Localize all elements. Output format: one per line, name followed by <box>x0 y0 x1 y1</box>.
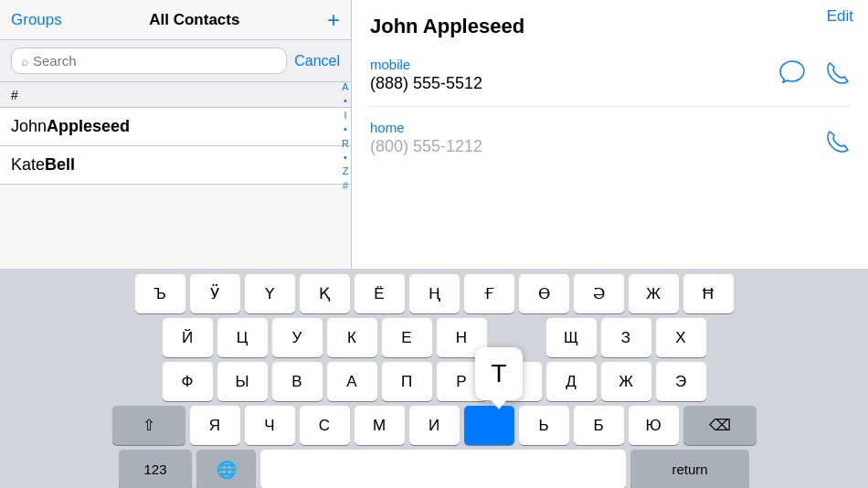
nav-bar: Groups All Contacts + <box>0 0 351 40</box>
search-bar: ⌕ Cancel <box>0 40 351 82</box>
mobile-detail-row: mobile (888) 555-5512 <box>370 57 850 107</box>
chat-icon[interactable] <box>778 59 806 91</box>
key-ef[interactable]: Ф <box>163 362 213 401</box>
nav-title: All Contacts <box>149 11 239 29</box>
key-ng[interactable]: Ң <box>409 274 460 313</box>
spacebar-key[interactable] <box>260 450 626 488</box>
num-key[interactable]: 123 <box>119 450 192 488</box>
key-de[interactable]: Д <box>546 362 597 401</box>
backspace-key[interactable]: ⌫ <box>683 406 757 445</box>
key-zhe2[interactable]: Ж <box>601 362 651 401</box>
contact-detail-name: John Appleseed <box>370 15 850 38</box>
index-dot2: • <box>344 122 347 136</box>
key-ve[interactable]: В <box>272 362 323 401</box>
key-tse[interactable]: Ц <box>217 318 268 357</box>
key-short-u[interactable]: Ӱ <box>190 274 240 313</box>
index-dot1: • <box>344 94 347 108</box>
key-yu[interactable]: Ю <box>629 406 679 445</box>
key-kha[interactable]: Х <box>656 318 706 357</box>
left-panel: Groups All Contacts + ⌕ Cancel # John Ap… <box>0 0 352 269</box>
key-em[interactable]: М <box>355 406 405 445</box>
keyboard-row-3: Ф Ы В А П Р Л Д Ж Э <box>4 362 864 401</box>
contact-row-john[interactable]: John Appleseed <box>0 108 351 146</box>
key-t-active[interactable]: Т <box>464 406 514 445</box>
keyboard-row-2: Й Ц У К Е Н Т Щ З Х <box>4 318 864 357</box>
key-e[interactable]: Э <box>656 362 706 401</box>
globe-key[interactable]: 🌐 <box>196 450 256 488</box>
top-area: Groups All Contacts + ⌕ Cancel # John Ap… <box>0 0 868 269</box>
keyboard-row-1: Ъ Ӱ Ү Қ Ё Ң Ғ Ө Ə Ж Ħ <box>4 274 864 313</box>
key-schwa[interactable]: Ə <box>574 274 624 313</box>
return-key[interactable]: return <box>630 450 749 488</box>
key-ya[interactable]: Я <box>190 406 240 445</box>
add-contact-button[interactable]: + <box>327 9 340 31</box>
shift-key[interactable]: ⇧ <box>112 406 185 445</box>
cancel-button[interactable]: Cancel <box>294 53 340 69</box>
home-phone-icon[interactable] <box>824 128 850 160</box>
home-actions <box>824 128 850 160</box>
key-ye[interactable]: Е <box>382 318 432 357</box>
home-detail-row: home (800) 555-1212 <box>370 120 850 169</box>
index-i[interactable]: I <box>344 109 346 122</box>
search-icon: ⌕ <box>21 54 28 69</box>
key-k[interactable]: К <box>327 318 377 357</box>
popup-char: T <box>491 359 506 388</box>
key-soft-sign[interactable]: Ь <box>519 406 569 445</box>
search-input[interactable] <box>33 53 277 69</box>
contact-name-text: John Appleseed <box>370 15 524 37</box>
key-shcha[interactable]: Щ <box>546 318 597 357</box>
keyboard-bottom-row: 123 🌐 return <box>4 450 864 488</box>
groups-button[interactable]: Groups <box>11 11 62 29</box>
key-pe[interactable]: П <box>382 362 432 401</box>
right-panel: Edit John Appleseed mobile (888) 555-551… <box>352 0 868 269</box>
search-input-wrap[interactable]: ⌕ <box>11 48 287 74</box>
index-hash[interactable]: # <box>343 179 348 193</box>
index-dot3: • <box>344 151 347 164</box>
key-yeru[interactable]: Ы <box>217 362 268 401</box>
contact-first-kate: Kate <box>11 155 45 175</box>
key-gh[interactable]: Ғ <box>464 274 514 313</box>
key-u[interactable]: У <box>272 318 323 357</box>
key-i[interactable]: И <box>409 406 460 445</box>
home-value: (800) 555-1212 <box>370 137 850 156</box>
keyboard-row-4: ⇧ Я Ч С М И Т Ь Б Ю ⌫ <box>4 406 864 445</box>
section-header-hash: # <box>0 82 351 108</box>
contact-last-john: Appleseed <box>47 117 130 136</box>
key-hard-sign[interactable]: Ъ <box>135 274 185 313</box>
key-short-i[interactable]: Й <box>163 318 213 357</box>
key-h-bar[interactable]: Ħ <box>683 274 734 313</box>
key-ue[interactable]: Ү <box>245 274 295 313</box>
popup-bubble: T <box>475 347 523 400</box>
index-a[interactable]: A <box>342 80 348 94</box>
home-detail-text: home (800) 555-1212 <box>370 120 850 156</box>
mobile-actions <box>778 59 850 91</box>
key-zhe[interactable]: Ж <box>629 274 679 313</box>
index-sidebar: A • I • R • Z # <box>342 80 349 193</box>
keyboard: Ъ Ӱ Ү Қ Ё Ң Ғ Ө Ə Ж Ħ Й Ц У К Е Н Т Щ З … <box>0 269 868 488</box>
key-be[interactable]: Б <box>574 406 624 445</box>
index-r[interactable]: R <box>342 137 349 151</box>
edit-button[interactable]: Edit <box>827 7 853 26</box>
popup-container: T <box>475 347 523 400</box>
key-ka[interactable]: Қ <box>300 274 350 313</box>
key-ze[interactable]: З <box>601 318 651 357</box>
contact-first-john: John <box>11 117 47 136</box>
contact-row-kate[interactable]: Kate Bell <box>0 146 351 185</box>
key-a[interactable]: А <box>327 362 377 401</box>
key-barred-o[interactable]: Ө <box>519 274 569 313</box>
key-es[interactable]: С <box>300 406 350 445</box>
contact-last-kate: Bell <box>45 155 75 175</box>
key-yo[interactable]: Ё <box>355 274 405 313</box>
mobile-phone-icon[interactable] <box>824 59 850 91</box>
index-z[interactable]: Z <box>343 164 349 178</box>
key-che[interactable]: Ч <box>245 406 295 445</box>
right-nav-bar: Edit <box>827 7 853 26</box>
home-label: home <box>370 120 850 135</box>
